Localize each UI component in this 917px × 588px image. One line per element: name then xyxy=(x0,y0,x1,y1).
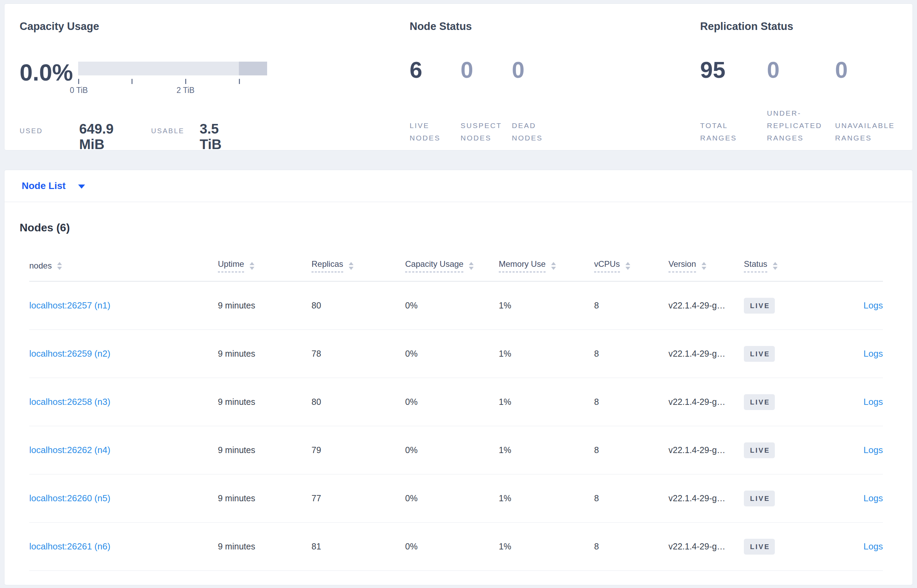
suspect-nodes-stat: 0 SUSPECT NODES xyxy=(460,55,512,144)
status-badge: LIVE xyxy=(744,298,775,313)
node-list-dropdown[interactable]: Node List xyxy=(22,180,66,191)
capacity-percent-value: 0.0% xyxy=(19,59,73,86)
sort-icon[interactable] xyxy=(349,262,354,270)
total-ranges-value: 95 xyxy=(700,55,767,84)
dead-nodes-label: DEAD NODES xyxy=(512,120,567,144)
column-header-capacity-usage[interactable]: Capacity Usage xyxy=(405,259,499,272)
uptime-cell: 9 minutes xyxy=(218,300,312,310)
node-link[interactable]: localhost:26257 (n1) xyxy=(29,300,218,311)
nodes-panel: Nodes (6) nodes Uptime Replicas Capacity… xyxy=(4,202,913,585)
used-value: 649.9 MiB xyxy=(79,121,114,152)
axis-tick xyxy=(185,79,186,84)
node-link[interactable]: localhost:26258 (n3) xyxy=(29,397,218,407)
suspect-nodes-value: 0 xyxy=(460,55,512,84)
memory-use-cell: 1% xyxy=(499,300,594,310)
node-link[interactable]: localhost:26259 (n2) xyxy=(29,348,218,359)
replicas-cell: 77 xyxy=(312,493,405,503)
vcpus-cell: 8 xyxy=(594,397,668,407)
node-status-title: Node Status xyxy=(410,20,472,33)
status-badge: LIVE xyxy=(744,491,775,506)
sort-icon[interactable] xyxy=(250,262,254,270)
status-cell: LIVE xyxy=(744,346,830,362)
replication-status-section: Replication Status 95 TOTAL RANGES 0 UND… xyxy=(700,4,910,150)
logs-link[interactable]: Logs xyxy=(864,348,883,359)
column-header-nodes[interactable]: nodes xyxy=(29,261,218,271)
column-header-memory-use[interactable]: Memory Use xyxy=(499,259,594,272)
sort-icon[interactable] xyxy=(551,262,556,270)
view-selector-bar: Node List xyxy=(4,170,913,202)
vcpus-cell: 8 xyxy=(594,349,668,359)
uptime-cell: 9 minutes xyxy=(218,445,312,455)
total-ranges-label: TOTAL RANGES xyxy=(700,120,767,144)
unavailable-ranges-label: UNAVAILABLE RANGES xyxy=(835,120,910,144)
dead-nodes-stat: 0 DEAD NODES xyxy=(512,55,567,144)
column-header-status[interactable]: Status xyxy=(744,259,830,272)
sort-icon[interactable] xyxy=(702,262,706,270)
capacity-usage-cell: 0% xyxy=(405,349,499,359)
memory-use-cell: 1% xyxy=(499,349,594,359)
sort-icon[interactable] xyxy=(57,262,62,270)
total-ranges-stat: 95 TOTAL RANGES xyxy=(700,55,767,144)
node-status-section: Node Status 6 LIVE NODES 0 SUSPECT NODES… xyxy=(410,4,685,150)
memory-use-cell: 1% xyxy=(499,397,594,407)
status-cell: LIVE xyxy=(744,443,830,458)
used-label: USED xyxy=(19,127,43,135)
capacity-usage-section: Capacity Usage 0.0% 0 TiB 2 TiB USED 649… xyxy=(19,4,398,150)
node-link[interactable]: localhost:26261 (n6) xyxy=(29,541,218,552)
logs-link[interactable]: Logs xyxy=(864,541,883,552)
capacity-usage-cell: 0% xyxy=(405,541,499,551)
table-row: localhost:26257 (n1) 9 minutes 80 0% 1% … xyxy=(29,282,883,330)
version-cell: v22.1.4-29-g… xyxy=(668,349,744,359)
unavailable-ranges-value: 0 xyxy=(835,55,910,84)
sort-icon[interactable] xyxy=(469,262,474,270)
capacity-usage-cell: 0% xyxy=(405,445,499,455)
capacity-usage-title: Capacity Usage xyxy=(19,20,99,33)
node-link[interactable]: localhost:26262 (n4) xyxy=(29,445,218,456)
replicas-cell: 81 xyxy=(312,541,405,551)
capacity-usage-cell: 0% xyxy=(405,397,499,407)
status-cell: LIVE xyxy=(744,298,830,313)
logs-link[interactable]: Logs xyxy=(864,300,883,311)
column-header-version[interactable]: Version xyxy=(668,259,744,272)
replication-status-title: Replication Status xyxy=(700,20,793,33)
live-nodes-value: 6 xyxy=(410,55,460,84)
usable-value: 3.5 TiB xyxy=(200,121,222,152)
live-nodes-label: LIVE NODES xyxy=(410,120,460,144)
table-row: localhost:26259 (n2) 9 minutes 78 0% 1% … xyxy=(29,330,883,378)
uptime-cell: 9 minutes xyxy=(218,541,312,551)
version-cell: v22.1.4-29-g… xyxy=(668,397,744,407)
sort-icon[interactable] xyxy=(773,262,778,270)
column-header-replicas[interactable]: Replicas xyxy=(312,259,405,272)
logs-link[interactable]: Logs xyxy=(864,493,883,504)
sort-icon[interactable] xyxy=(625,262,630,270)
under-replicated-ranges-label: UNDER- REPLICATED RANGES xyxy=(767,107,835,144)
capacity-usage-cell: 0% xyxy=(405,300,499,310)
vcpus-cell: 8 xyxy=(594,300,668,310)
memory-use-cell: 1% xyxy=(499,493,594,503)
version-cell: v22.1.4-29-g… xyxy=(668,541,744,551)
column-header-uptime[interactable]: Uptime xyxy=(218,259,312,272)
axis-tick xyxy=(78,79,79,84)
axis-tick xyxy=(239,79,240,84)
axis-tick-label: 0 TiB xyxy=(70,86,88,95)
replicas-cell: 78 xyxy=(312,349,405,359)
chevron-down-icon[interactable] xyxy=(78,184,85,189)
vcpus-cell: 8 xyxy=(594,445,668,455)
memory-use-cell: 1% xyxy=(499,541,594,551)
logs-link[interactable]: Logs xyxy=(864,445,883,456)
uptime-cell: 9 minutes xyxy=(218,493,312,503)
capacity-bar-used-segment xyxy=(239,61,267,75)
replicas-cell: 79 xyxy=(312,445,405,455)
nodes-section-title: Nodes (6) xyxy=(19,221,70,234)
vcpus-cell: 8 xyxy=(594,493,668,503)
usable-label: USABLE xyxy=(151,127,184,135)
status-cell: LIVE xyxy=(744,394,830,410)
column-header-vcpus[interactable]: vCPUs xyxy=(594,259,668,272)
capacity-usage-cell: 0% xyxy=(405,493,499,503)
logs-link[interactable]: Logs xyxy=(864,397,883,407)
node-link[interactable]: localhost:26260 (n5) xyxy=(29,493,218,504)
suspect-nodes-label: SUSPECT NODES xyxy=(460,120,512,144)
axis-tick-label: 2 TiB xyxy=(177,86,194,95)
vcpus-cell: 8 xyxy=(594,541,668,551)
table-row: localhost:26262 (n4) 9 minutes 79 0% 1% … xyxy=(29,426,883,474)
